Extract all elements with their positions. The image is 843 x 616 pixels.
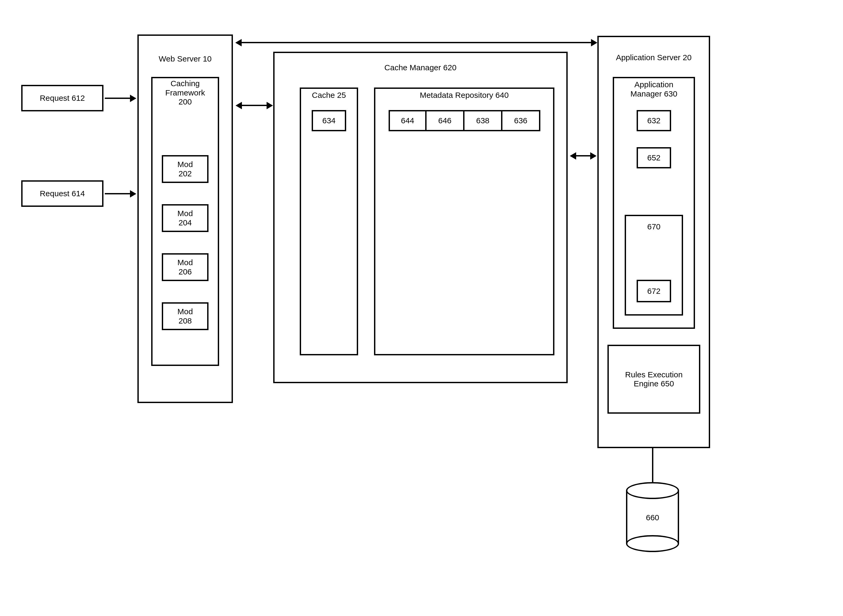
request-612-label: Request 612	[40, 94, 85, 103]
meta-644-label: 644	[401, 116, 414, 125]
mod-208: Mod 208	[162, 302, 209, 330]
arrowhead-612	[130, 95, 137, 102]
request-614: Request 614	[21, 180, 103, 207]
box-652: 652	[637, 147, 671, 169]
caching-framework-title: Caching Framework 200	[153, 79, 218, 107]
architecture-diagram: Request 612 Request 614 Web Server 10 Ca…	[0, 0, 843, 616]
metadata-repository-title: Metadata Repository 640	[375, 91, 553, 100]
meta-644: 644	[389, 110, 427, 131]
arrow-612-to-webserver	[105, 98, 131, 99]
meta-646-label: 646	[438, 116, 451, 125]
mod-202: Mod 202	[162, 155, 209, 183]
arrowhead-top-right	[591, 39, 597, 46]
cache-item-634-label: 634	[322, 116, 336, 125]
meta-636-label: 636	[514, 116, 527, 125]
arrowhead-ws-cm-right	[267, 102, 273, 109]
meta-646: 646	[427, 110, 464, 131]
mod-204-label: Mod 204	[178, 209, 193, 227]
connector-as-db	[652, 448, 654, 483]
request-612: Request 612	[21, 85, 103, 111]
arrow-cm-as	[576, 155, 592, 157]
web-server-title: Web Server 10	[138, 54, 232, 63]
mod-202-label: Mod 202	[178, 160, 193, 178]
box-632: 632	[637, 110, 671, 131]
box-670-label: 670	[626, 222, 682, 231]
box-632-label: 632	[647, 116, 661, 125]
meta-636: 636	[502, 110, 540, 131]
mod-204: Mod 204	[162, 204, 209, 232]
cache-25-title: Cache 25	[301, 91, 357, 100]
mod-206-label: Mod 206	[178, 258, 193, 276]
arrow-top	[240, 42, 593, 43]
database-660: 660	[626, 491, 679, 544]
arrowhead-614	[130, 190, 137, 198]
application-manager-title: Application Manager 630	[614, 80, 694, 98]
rules-engine: Rules Execution Engine 650	[608, 345, 700, 414]
database-660-label: 660	[627, 513, 678, 522]
application-server-title: Application Server 20	[599, 53, 709, 62]
mod-208-label: Mod 208	[178, 307, 193, 326]
arrowhead-cm-as-left	[570, 152, 576, 160]
meta-638-label: 638	[476, 116, 489, 125]
box-672: 672	[637, 280, 671, 302]
request-614-label: Request 614	[40, 189, 85, 198]
arrow-614-to-webserver	[105, 193, 131, 194]
cache-item-634: 634	[312, 110, 346, 131]
meta-638: 638	[464, 110, 502, 131]
box-672-label: 672	[647, 287, 661, 296]
cache-manager-title: Cache Manager 620	[275, 63, 566, 72]
arrowhead-ws-cm-left	[235, 102, 242, 109]
arrowhead-cm-as-right	[590, 152, 596, 160]
rules-engine-label: Rules Execution Engine 650	[625, 370, 683, 389]
arrow-ws-cm	[241, 105, 268, 106]
mod-206: Mod 206	[162, 253, 209, 281]
box-652-label: 652	[647, 153, 661, 162]
